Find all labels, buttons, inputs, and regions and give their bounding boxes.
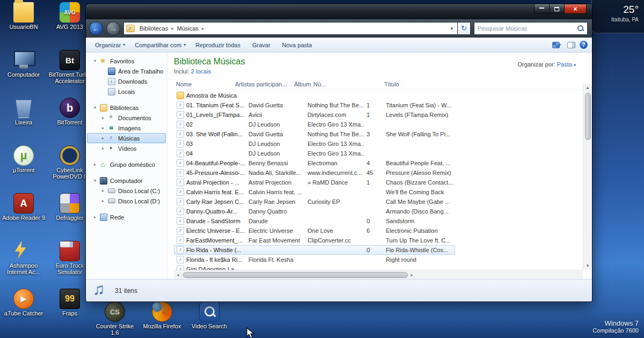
- file-row[interactable]: 45-Pressure-Alesso-... Nadia Ali, Starki…: [174, 168, 455, 178]
- file-row[interactable]: 03. She Wolf (Fallin... David Guetta Not…: [174, 129, 455, 139]
- file-row[interactable]: Astral Projection - ... Astral Projectio…: [174, 178, 455, 187]
- sidebar-item[interactable]: ▸ Documentos: [87, 113, 166, 123]
- search-input[interactable]: [478, 25, 577, 32]
- expand-arrow-icon[interactable]: ▾: [94, 58, 100, 63]
- toolbar-button[interactable]: Compartilhar com ▾: [130, 40, 191, 50]
- chevron-right-icon[interactable]: ▸: [201, 26, 206, 31]
- horizontal-scroll-thumb[interactable]: [183, 272, 408, 278]
- file-row[interactable]: 01_Levels_(FTampa... Avicii Dirtylaces.c…: [174, 110, 455, 120]
- scroll-left-icon[interactable]: ◂: [174, 273, 182, 277]
- sidebar-item[interactable]: ▸ Disco Local (C:): [87, 186, 166, 196]
- sidebar-item[interactable]: Área de Trabalho: [87, 66, 166, 76]
- sidebar-item[interactable]: ▾ Bibliotecas: [87, 102, 166, 113]
- sidebar-item-icon: [108, 114, 115, 122]
- weather-gadget[interactable]: 25° Itaituba, PA: [591, 0, 644, 33]
- horizontal-scrollbar[interactable]: ◂ ▸: [174, 270, 583, 279]
- arrange-by-value[interactable]: Pasta: [557, 61, 572, 68]
- file-artists-cell: David Guetta: [246, 102, 305, 108]
- file-row[interactable]: 03 DJ Leudson Electro Giro 13 Xma...: [174, 139, 455, 149]
- expand-arrow-icon[interactable]: ▸: [94, 162, 100, 167]
- desktop-icon[interactable]: Computador: [1, 50, 46, 98]
- address-dropdown-icon[interactable]: ▾: [447, 26, 456, 31]
- desktop-icon[interactable]: aTube Catcher: [1, 289, 46, 336]
- column-header[interactable]: Álbum: [292, 80, 311, 89]
- desktop-icon[interactable]: Lixeira: [1, 98, 46, 145]
- search-icon[interactable]: [577, 25, 584, 32]
- file-row[interactable]: 04-Beautiful-People-... Benny Benassi El…: [174, 158, 455, 168]
- close-button[interactable]: ×: [564, 4, 587, 14]
- includes-link[interactable]: 2 locais: [191, 68, 211, 75]
- sidebar-item[interactable]: Downloads: [87, 76, 166, 86]
- desktop-icon[interactable]: µTorrent: [1, 145, 46, 193]
- desktop-icon[interactable]: Counter Strike 1.6: [92, 302, 137, 336]
- file-type-icon: [177, 217, 184, 225]
- column-header[interactable]: Artistas participan...: [233, 80, 292, 89]
- file-row[interactable]: 04 DJ Leudson Electro Giro 13 Xma...: [174, 149, 455, 158]
- forward-button[interactable]: →: [106, 21, 120, 35]
- expand-arrow-icon[interactable]: ▾: [94, 178, 100, 183]
- expand-arrow-icon[interactable]: ▸: [94, 215, 100, 219]
- file-number-cell: 1: [364, 112, 384, 118]
- help-button[interactable]: [580, 41, 588, 49]
- sidebar-item[interactable]: ▾ Favoritos: [87, 56, 166, 66]
- scroll-down-icon[interactable]: ▼: [586, 262, 590, 270]
- expand-arrow-icon[interactable]: ▸: [102, 115, 108, 120]
- sidebar-item[interactable]: Locais: [87, 86, 166, 97]
- file-row[interactable]: Calvin Harris feat. E... Calvin Harris f…: [174, 187, 455, 197]
- chevron-right-icon[interactable]: ▸: [170, 26, 175, 31]
- address-bar[interactable]: Bibliotecas ▸ Músicas ▸ ▾: [123, 22, 458, 35]
- chevron-down-icon[interactable]: ▾: [574, 63, 576, 68]
- file-row[interactable]: Flo Rida - Whistle (... 0 Flo Rida-Whist…: [174, 245, 455, 255]
- file-row[interactable]: FarEastMovement_... Far East Movement Cl…: [174, 236, 455, 245]
- expand-arrow-icon[interactable]: ▸: [102, 199, 108, 203]
- scroll-right-icon[interactable]: ▸: [408, 273, 416, 277]
- vertical-scrollbar[interactable]: ▲ ▼: [583, 84, 592, 270]
- preview-pane-button[interactable]: [567, 42, 575, 48]
- window-controls: ×: [534, 4, 587, 14]
- sidebar-item[interactable]: ▸ Vídeos: [87, 143, 166, 153]
- file-row[interactable]: 01. Titanium (Feat S... David Guetta Not…: [174, 100, 455, 110]
- expand-arrow-icon[interactable]: ▸: [102, 188, 108, 193]
- expand-arrow-icon[interactable]: ▸: [102, 146, 108, 151]
- desktop-icon[interactable]: UsuarioBN: [1, 2, 46, 50]
- breadcrumb-item[interactable]: Músicas: [175, 24, 201, 33]
- expand-arrow-icon[interactable]: ▸: [102, 136, 108, 141]
- file-row[interactable]: 02 DJ Leudson Electro Giro 13 Xma...: [174, 120, 455, 129]
- column-header[interactable]: Nome: [174, 80, 233, 89]
- column-header[interactable]: Nú...: [311, 80, 382, 89]
- toolbar-button[interactable]: Nova pasta: [277, 40, 319, 50]
- desktop-icon[interactable]: Mozilla Firefox: [140, 302, 185, 336]
- sidebar-item[interactable]: ▸ Disco Local (D:): [87, 196, 166, 206]
- desktop-icon[interactable]: Ashampoo Internet Ac...: [1, 241, 46, 289]
- file-row[interactable]: Amostra de Música: [174, 91, 455, 100]
- file-row[interactable]: Florida - ft ke$ka Ri... Florida Ft. Kes…: [174, 255, 455, 264]
- toolbar-button[interactable]: Gravar: [247, 40, 277, 50]
- file-name: Astral Projection - ...: [186, 179, 239, 186]
- back-button[interactable]: ←: [89, 21, 103, 35]
- maximize-button[interactable]: [550, 4, 564, 14]
- sidebar-item[interactable]: ▸ Imagens: [87, 123, 166, 133]
- sidebar-item[interactable]: ▸ Rede: [87, 212, 166, 222]
- title-bar[interactable]: ×: [86, 4, 592, 19]
- file-row[interactable]: Carly Rae Jepsen C... Carly Rae Jepsen C…: [174, 197, 455, 207]
- scroll-up-icon[interactable]: ▲: [586, 84, 590, 92]
- toolbar-button[interactable]: Organizar ▾: [90, 40, 130, 50]
- sidebar-item[interactable]: ▾ Computador: [87, 175, 166, 186]
- breadcrumb-item[interactable]: Bibliotecas: [137, 24, 170, 33]
- file-row[interactable]: Darude - SandStorm Darude 0 Sandstorm: [174, 216, 455, 226]
- file-name: 02: [186, 121, 193, 128]
- change-view-button[interactable]: ▾: [550, 40, 563, 50]
- refresh-button[interactable]: ↻: [458, 22, 471, 35]
- sidebar-item[interactable]: ▸ Músicas: [87, 133, 166, 143]
- toolbar-button[interactable]: Reproduzir todas: [191, 40, 247, 50]
- file-row[interactable]: Danny-Quattro-Ar... Danny Quattro Armand…: [174, 207, 455, 216]
- desktop-icon[interactable]: Video Search: [187, 302, 232, 336]
- desktop-icon[interactable]: Adobe Reader 9: [1, 193, 46, 241]
- expand-arrow-icon[interactable]: ▾: [94, 105, 100, 110]
- column-header[interactable]: Título: [382, 80, 402, 89]
- vertical-scroll-thumb[interactable]: [585, 93, 591, 140]
- sidebar-item[interactable]: ▸ Grupo doméstico: [87, 159, 166, 170]
- minimize-button[interactable]: [534, 4, 550, 14]
- file-row[interactable]: Electric Universe - E... Electric Univer…: [174, 226, 455, 236]
- expand-arrow-icon[interactable]: ▸: [102, 126, 108, 130]
